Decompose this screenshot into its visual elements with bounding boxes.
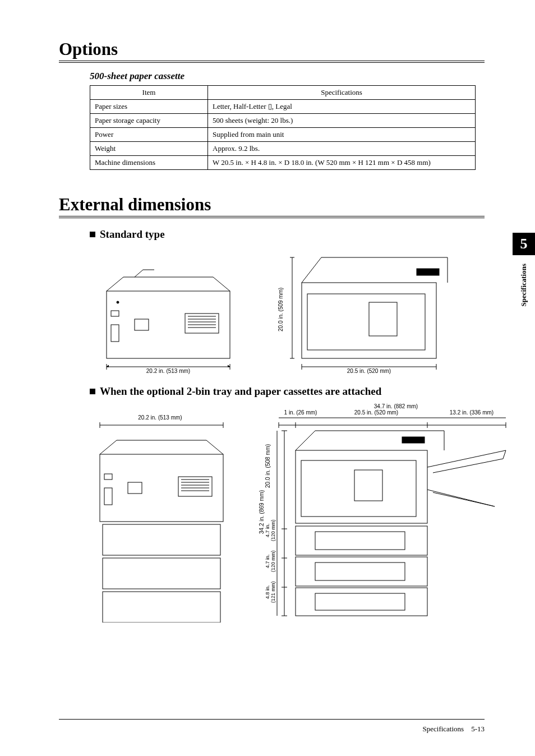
- dim-label: 4.7 in. (120 mm): [265, 515, 276, 546]
- table-row: Supplied from main unit: [208, 128, 476, 142]
- svg-rect-29: [104, 474, 112, 480]
- bullet-square-icon: [90, 232, 95, 237]
- options-heading: Options: [59, 39, 485, 59]
- table-row: Power: [90, 128, 208, 142]
- svg-rect-31: [103, 524, 220, 555]
- svg-rect-11: [111, 311, 119, 316]
- footer-rule: [59, 719, 485, 720]
- chapter-tab: 5: [513, 233, 535, 255]
- cassette-subtitle: 500-sheet paper cassette: [90, 71, 485, 82]
- dim-label: 4.7 in. (120 mm): [265, 546, 276, 577]
- table-row: Weight: [90, 142, 208, 156]
- bullet-square-icon: [90, 389, 95, 394]
- optional-subheading-text: When the optional 2-bin tray and paper c…: [100, 385, 381, 398]
- footer-chapter: Specifications: [423, 725, 464, 733]
- dim-label: 20.2 in. (513 mm): [94, 414, 226, 421]
- table-row: W 20.5 in. × H 4.8 in. × D 18.0 in. (W 5…: [208, 156, 476, 170]
- svg-rect-22: [128, 482, 142, 494]
- svg-rect-30: [104, 488, 112, 505]
- svg-rect-45: [315, 532, 405, 550]
- optional-subheading: When the optional 2-bin tray and paper c…: [90, 385, 485, 398]
- col-item: Item: [90, 86, 208, 100]
- spec-table: Item Specifications Paper sizesLetter, H…: [90, 85, 476, 170]
- svg-rect-43: [402, 437, 425, 443]
- standard-subheading: Standard type: [90, 228, 485, 241]
- svg-line-1: [135, 270, 143, 277]
- svg-rect-32: [103, 558, 220, 589]
- svg-rect-40: [296, 450, 427, 523]
- external-heading: External dimensions: [59, 195, 485, 215]
- table-row: Paper storage capacity: [90, 114, 208, 128]
- table-row: Approx. 9.2 lbs.: [208, 142, 476, 156]
- svg-rect-12: [111, 325, 119, 342]
- svg-rect-3: [135, 319, 149, 330]
- heading-rule: [59, 61, 485, 63]
- dim-label: 20.5 in. (520 mm): [302, 368, 436, 374]
- diagram-optional-front: 20.2 in. (513 mm): [94, 403, 237, 625]
- table-row: Letter, Half-Letter ▯, Legal: [208, 100, 476, 114]
- svg-rect-41: [301, 460, 416, 517]
- dim-label: 13.2 in. (336 mm): [432, 409, 511, 416]
- page-footer: Specifications 5-13: [423, 725, 485, 734]
- dim-label: 20.2 in. (513 mm): [101, 368, 236, 374]
- dim-label: 1 in. (26 mm): [281, 409, 320, 416]
- diagram-standard-front: 20.2 in. (513 mm): [101, 246, 244, 377]
- svg-rect-17: [369, 302, 397, 336]
- svg-rect-16: [307, 294, 425, 350]
- standard-subheading-text: Standard type: [100, 228, 165, 241]
- table-row: Paper sizes: [90, 100, 208, 114]
- diagram-optional-side: 34.7 in. (882 mm) 1 in. (26 mm) 20.5 in.…: [259, 403, 511, 625]
- svg-rect-33: [103, 592, 220, 623]
- col-spec: Specifications: [208, 86, 476, 100]
- dim-label: 4.8 in. (121 mm): [265, 577, 276, 607]
- svg-point-10: [117, 301, 119, 303]
- footer-page: 5-13: [471, 725, 485, 733]
- dim-label: 20.0 in. (508 mm): [265, 417, 276, 515]
- chapter-side-label: Specifications: [519, 264, 528, 307]
- svg-rect-47: [315, 563, 405, 580]
- dim-label: 20.0 in. (509 mm): [278, 256, 284, 363]
- table-row: 500 sheets (weight: 20 lbs.): [208, 114, 476, 128]
- dim-label: 34.7 in. (882 mm): [281, 403, 511, 409]
- diagram-standard-side: 20.0 in. (509 mm) 20.5 in. (520 mm): [278, 246, 456, 377]
- svg-rect-18: [417, 269, 439, 275]
- dim-label: 34.2 in. (869 mm): [259, 417, 265, 607]
- svg-rect-49: [315, 593, 405, 610]
- svg-rect-42: [354, 470, 382, 501]
- dim-label: 20.5 in. (520 mm): [320, 409, 432, 416]
- heading-rule: [59, 216, 485, 218]
- table-row: Machine dimensions: [90, 156, 208, 170]
